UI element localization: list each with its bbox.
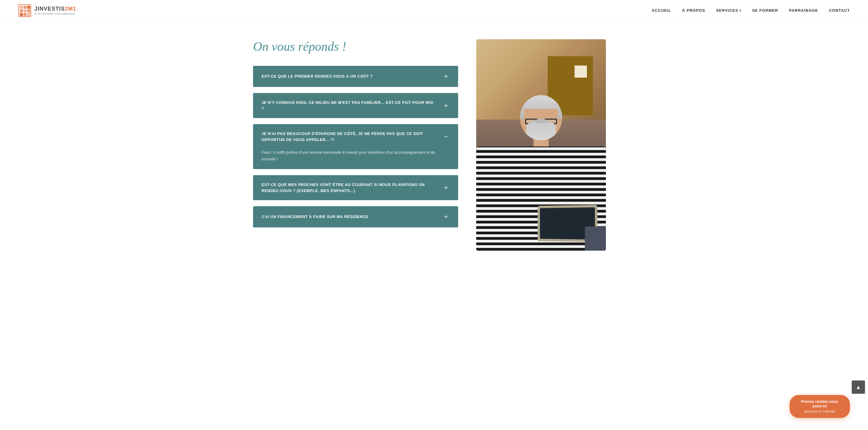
faq-title: On vous réponds ! <box>253 39 458 54</box>
services-chevron-icon: ▾ <box>740 9 741 12</box>
logo-subtitle: Et je constitue mon patrimoine <box>34 12 76 16</box>
person-image <box>476 39 606 251</box>
mustache <box>533 119 549 123</box>
sofa-arm <box>585 227 606 251</box>
faq-header-1[interactable]: EST-CE QUE LE PREMIER RENDEZ-VOUS A UN C… <box>253 66 458 87</box>
site-header: JINVESTIS2M1 Et je constitue mon patrimo… <box>0 0 868 21</box>
faq-item-1: EST-CE QUE LE PREMIER RENDEZ-VOUS A UN C… <box>253 66 458 87</box>
beard <box>526 121 556 140</box>
faq-header-5[interactable]: J'AI UN FINANCEMENT À FAIRE SUR MA RÉSID… <box>253 206 458 227</box>
faq-item-3: JE N'AI PAS BEAUCOUP D'ÉPARGNE DE CÔTÉ, … <box>253 124 458 169</box>
svg-rect-5 <box>24 9 27 12</box>
svg-rect-9 <box>27 13 30 16</box>
svg-rect-7 <box>20 13 23 16</box>
faq-header-2[interactable]: JE N'Y CONNAIS RIEN, CE MILIEU NE M'EST … <box>253 93 458 118</box>
logo-main-text: JINVESTIS2M1 <box>34 6 76 12</box>
faq-answer-3: Faux ! Il suffit parfois d'une somme men… <box>261 149 450 163</box>
main-content: On vous réponds ! EST-CE QUE LE PREMIER … <box>217 21 651 269</box>
nav-parrainage[interactable]: PARRAINAGE <box>789 8 818 13</box>
svg-rect-3 <box>27 6 30 9</box>
main-nav: ACCUEIL À PROPOS SERVICES ▾ SE FORMER PA… <box>652 8 850 13</box>
faq-item-5: J'AI UN FINANCEMENT À FAIRE SUR MA RÉSID… <box>253 206 458 227</box>
logo-icon <box>18 4 31 17</box>
svg-rect-6 <box>27 9 30 12</box>
faq-toggle-5: + <box>442 213 450 221</box>
nav-a-propos[interactable]: À PROPOS <box>682 8 706 13</box>
image-column <box>476 39 606 251</box>
svg-rect-4 <box>20 9 23 12</box>
faq-toggle-3: − <box>442 133 450 141</box>
cabinet-shelf <box>574 65 588 78</box>
faq-section: On vous réponds ! EST-CE QUE LE PREMIER … <box>253 39 458 251</box>
faq-question-3: JE N'AI PAS BEAUCOUP D'ÉPARGNE DE CÔTÉ, … <box>261 131 442 143</box>
faq-toggle-2: + <box>442 102 450 110</box>
faq-item-2: JE N'Y CONNAIS RIEN, CE MILIEU NE M'EST … <box>253 93 458 118</box>
svg-rect-2 <box>24 6 27 9</box>
nav-services[interactable]: SERVICES ▾ <box>716 8 741 13</box>
svg-rect-1 <box>20 6 23 9</box>
logo-text: JINVESTIS2M1 Et je constitue mon patrimo… <box>34 6 76 16</box>
nav-contact[interactable]: CONTACT <box>829 8 850 13</box>
faq-toggle-1: + <box>442 73 450 80</box>
faq-toggle-4: + <box>442 184 450 192</box>
faq-header-4[interactable]: EST-CE QUE MES PROCHES VONT ÊTRE AU COUR… <box>253 175 458 200</box>
person-image-container <box>476 39 606 251</box>
head <box>520 95 562 140</box>
faq-question-5: J'AI UN FINANCEMENT À FAIRE SUR MA RÉSID… <box>261 214 442 220</box>
faq-question-2: JE N'Y CONNAIS RIEN, CE MILIEU NE M'EST … <box>261 99 442 111</box>
nav-se-former[interactable]: SE FORMER <box>752 8 778 13</box>
faq-question-4: EST-CE QUE MES PROCHES VONT ÊTRE AU COUR… <box>261 182 442 194</box>
nav-accueil[interactable]: ACCUEIL <box>652 8 671 13</box>
svg-rect-8 <box>24 13 27 16</box>
faq-body-3: Faux ! Il suffit parfois d'une somme men… <box>253 149 458 169</box>
faq-item-4: EST-CE QUE MES PROCHES VONT ÊTRE AU COUR… <box>253 175 458 200</box>
logo[interactable]: JINVESTIS2M1 Et je constitue mon patrimo… <box>18 4 76 17</box>
faq-header-3[interactable]: JE N'AI PAS BEAUCOUP D'ÉPARGNE DE CÔTÉ, … <box>253 124 458 149</box>
faq-question-1: EST-CE QUE LE PREMIER RENDEZ-VOUS A UN C… <box>261 74 442 79</box>
